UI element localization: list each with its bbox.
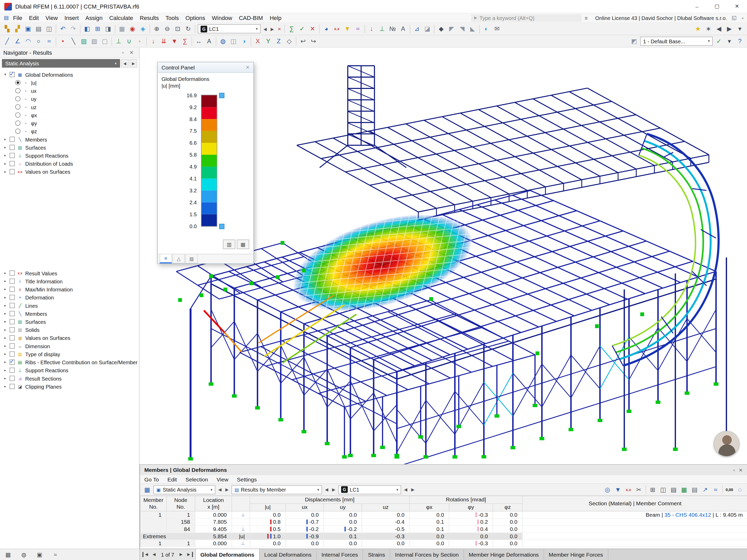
cut-icon[interactable]: ✂ — [634, 484, 644, 495]
col-uy[interactable]: uy — [324, 504, 362, 511]
checkbox[interactable] — [9, 137, 15, 142]
results-by-combo[interactable]: ▤Results by Member▾ — [232, 485, 322, 494]
member-tool-icon[interactable]: ╲ — [69, 36, 79, 46]
cell-node-no[interactable]: 1 — [166, 540, 195, 547]
nodal-load-display-icon[interactable]: ↓ — [366, 24, 377, 34]
cell-uy[interactable]: 0.1 — [324, 533, 362, 540]
scale-color-swatch[interactable] — [202, 191, 217, 203]
scale-color-swatch[interactable] — [202, 95, 217, 107]
cell-phiz[interactable]: 0.0 — [493, 526, 522, 533]
cell-location[interactable]: 0.000 — [195, 540, 232, 547]
close-button[interactable]: ✕ — [727, 0, 747, 13]
expand-icon[interactable]: ▸ — [3, 271, 7, 275]
scale-min-handle[interactable] — [219, 224, 224, 229]
menu-tools[interactable]: Tools — [162, 13, 182, 22]
search-table-icon[interactable]: ◌ — [735, 484, 745, 495]
keyword-search-input[interactable]: ▶ Type a keyword (Alt+Q) — [471, 14, 582, 22]
col-u[interactable]: |u| — [250, 504, 286, 511]
node-tool-icon[interactable]: • — [58, 36, 68, 46]
cell-phiz[interactable]: 0.0 — [493, 540, 522, 547]
table-menu-settings[interactable]: Settings — [233, 477, 261, 482]
cell-u[interactable]: 0.0 — [250, 540, 286, 547]
result-diagram-icon[interactable]: ≈ — [353, 24, 363, 34]
tab-local-deformations[interactable]: Local Deformations — [259, 549, 317, 560]
tab-internal-forces-by-section[interactable]: Internal Forces by Section — [390, 549, 464, 560]
cell-phiy[interactable]: 0.4 — [449, 526, 493, 533]
view-axis-z-icon[interactable]: Z — [274, 36, 284, 46]
cell-uy[interactable]: -0.2 — [324, 526, 362, 533]
cell-u[interactable]: 0.5 — [250, 526, 286, 533]
deformation-component-φx[interactable]: ▫φx — [0, 111, 139, 119]
cell-phix[interactable]: 0.0 — [410, 540, 449, 547]
col-section[interactable]: Section (Material) | Member Comment — [522, 496, 747, 511]
menu-insert[interactable]: Insert — [61, 13, 82, 22]
print-table-icon[interactable]: ▤ — [690, 484, 700, 495]
radio-button[interactable] — [15, 121, 21, 126]
tab-member-hinge-deformations[interactable]: Member Hinge Deformations — [464, 549, 544, 560]
nav-item-dimension[interactable]: ▸↔Dimension — [0, 342, 139, 350]
next-selection-icon[interactable]: ↪ — [308, 36, 318, 46]
clipping-plane-icon[interactable]: ◫ — [229, 36, 239, 46]
section-link[interactable]: 35 - CHS 406.4x12 — [665, 512, 711, 517]
cell-uy[interactable]: 0.0 — [324, 518, 362, 526]
layout-close-icon[interactable]: ▫ — [739, 14, 747, 22]
cell-phiy[interactable]: 0.0 — [449, 533, 493, 540]
circle-tool-icon[interactable]: ○ — [33, 36, 44, 46]
scale-color-swatch[interactable] — [202, 131, 217, 143]
expand-icon[interactable]: ▸ — [3, 287, 7, 292]
close-table-icon[interactable]: ✕ — [739, 468, 743, 473]
mail-icon[interactable]: ✉ — [492, 24, 502, 34]
menu-assign[interactable]: Assign — [82, 13, 106, 22]
float-table-icon[interactable]: ▫ — [733, 468, 735, 473]
chart-icon[interactable]: ≈ — [50, 550, 60, 559]
checkbox[interactable] — [9, 145, 15, 150]
cell-ux[interactable]: -0.9 — [286, 533, 324, 540]
toolbar-load-case-combo[interactable]: GLC1▾ — [198, 24, 260, 33]
collapse-icon[interactable]: ▾ — [3, 72, 7, 77]
scale-color-swatch[interactable] — [202, 167, 217, 179]
cell-phix[interactable]: 0.1 — [410, 518, 449, 526]
nav-item-title-information[interactable]: ▸iTitle Information — [0, 277, 139, 285]
expand-icon[interactable]: ▸ — [3, 161, 7, 166]
export-excel-icon[interactable]: ▦ — [679, 484, 689, 495]
table-next-load-case-button[interactable]: ▶ — [410, 484, 416, 495]
tab-global-deformations[interactable]: Global Deformations — [196, 549, 259, 560]
nav-item-type-of-display[interactable]: ▸▥Type of display — [0, 350, 139, 358]
expand-icon[interactable]: ▸ — [3, 376, 7, 381]
support-display-icon[interactable]: ⊥ — [377, 24, 387, 34]
filter-results-icon[interactable]: ▼ — [342, 24, 353, 34]
more-tools-icon[interactable]: ▾ — [735, 24, 745, 34]
previous-analysis-button[interactable]: ◀ — [121, 59, 129, 68]
cell-location[interactable]: 9.405 — [195, 526, 232, 533]
annotation-icon[interactable]: A — [398, 24, 408, 34]
cell-phix[interactable]: 0.0 — [410, 511, 449, 518]
menu-help[interactable]: Help — [266, 13, 285, 22]
display-icon[interactable]: ▦ — [3, 550, 13, 559]
toolbar-previous-load-case-button[interactable]: ◀ — [262, 24, 268, 34]
nav-item-surfaces[interactable]: ▸▨Surfaces — [0, 318, 139, 326]
table-menu-view[interactable]: View — [212, 477, 232, 482]
scale-color-swatch[interactable] — [202, 155, 217, 167]
table-settings-icon[interactable]: ▦ — [142, 484, 152, 495]
cell-uy[interactable]: 0.0 — [324, 511, 362, 518]
last-page-button[interactable]: ▶ — [185, 552, 193, 557]
nav-item-result-values[interactable]: ▸x.xResult Values — [0, 269, 139, 277]
expand-icon[interactable]: ▸ — [3, 368, 7, 373]
previous-results-mode-button[interactable]: ◀ — [323, 484, 330, 495]
cell-ux[interactable]: -0.2 — [286, 526, 324, 533]
expand-icon[interactable]: ▸ — [3, 137, 7, 141]
radio-button[interactable] — [15, 104, 21, 109]
cell-node-no[interactable]: 1 — [166, 511, 195, 518]
export-table-icon[interactable]: ↗ — [700, 484, 710, 495]
checkbox[interactable] — [9, 335, 15, 340]
table-menu-edit[interactable]: Edit — [163, 477, 181, 482]
snap-icon[interactable]: ◉ — [127, 24, 137, 34]
nav-item-surface-values[interactable]: ▸x.xValues on Surfaces — [0, 168, 139, 176]
cell-location[interactable]: 7.805 — [195, 518, 232, 526]
cell-uz[interactable]: 0.0 — [362, 540, 410, 547]
user-avatar[interactable] — [714, 431, 739, 457]
cell-phix[interactable]: 0.0 — [410, 533, 449, 540]
checkbox[interactable] — [9, 169, 15, 174]
previous-view-icon[interactable]: ◀ — [714, 24, 724, 34]
maximize-button[interactable]: ▢ — [707, 0, 727, 13]
